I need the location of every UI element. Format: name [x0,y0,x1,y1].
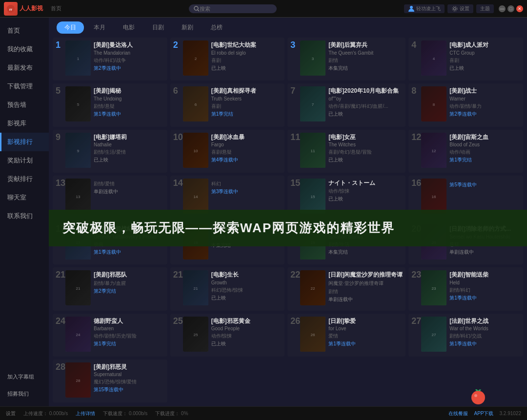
movie-card[interactable]: 25 25 [电影]邪恶黄金 Good People 动作/惊悚 已上映 [170,314,285,357]
sidebar-item-latest[interactable]: 最新发布 [0,59,49,77]
filter-tab-today[interactable]: 今日 [57,21,84,34]
movie-poster: 21 [183,270,208,305]
movie-poster: 8 [421,86,446,121]
app-download[interactable]: APP下载 [474,410,493,417]
settings-tool[interactable]: 设置 [447,4,473,13]
movie-genre: 动作/剧情/暴力 [449,103,520,110]
rank-number: 8 [411,86,416,95]
movie-poster: 28 [65,362,91,398]
movie-status: 本集完结 [328,249,403,256]
sidebar-item-downloads[interactable]: 下载管理 [0,77,49,96]
svg-text:4: 4 [433,57,435,61]
movie-card[interactable]: 21 21 [电影]生长 Growth 科幻/恐怖/惊悚 已上映 [170,267,285,310]
movie-card[interactable]: 6 6 [美剧]真相探寻者 Truth Seekers 喜剧 第1季完结 [170,83,285,126]
movie-card[interactable]: 2 2 [电影]世纪大劫案 El robo del siglo 喜剧 已上映 [170,38,285,80]
movie-poster: 22 [300,270,325,305]
movie-info: [电影]世纪大劫案 El robo del siglo 喜剧 已上映 [211,40,282,78]
banner-text: 突破极限，畅玩无限——探索WAP网页游戏的精彩世界 [62,220,395,237]
sidebar-item-contrib-rank[interactable]: 贡献排行 [0,170,49,188]
sidebar-item-ranking[interactable]: 影视排行 [0,133,49,151]
filter-tab-new[interactable]: 新剧 [174,21,201,34]
svg-text:11: 11 [311,149,315,153]
movie-subtitle: Truth Seekers [211,96,282,101]
filter-tab-japanese[interactable]: 日剧 [144,21,172,34]
movie-status: 已上映 [449,65,520,72]
sidebar-item-home[interactable]: 首页 [0,21,49,40]
svg-text:3: 3 [312,57,314,61]
movie-genre: 魔幻/恐怖/惊悚/爱情 [94,379,164,385]
filter-tab-month[interactable]: 本月 [86,21,113,34]
movie-poster: 15 [300,179,325,214]
online-service[interactable]: 在线餐服 [448,410,468,417]
movie-status: 第2季连载中 [94,65,164,72]
movie-poster: 25 [183,317,208,352]
movie-title: [美剧]战士 [449,87,520,95]
movie-card[interactable]: 1 1 [美剧]曼达洛人 The Mandalorian 动作/科幻/战争 第2… [53,38,167,80]
movie-card[interactable]: 9 9 [电影]娜塔莉 Nathalie 剧情/生活/爱情 已上映 [53,130,167,173]
movie-subtitle: The Mandalorian [94,50,164,56]
movie-subtitle: The Witches [328,142,403,147]
close-button[interactable]: ✕ [516,5,523,12]
sidebar-item-favorites[interactable]: 我的收藏 [0,40,49,59]
filter-tab-all[interactable]: 总榜 [203,21,230,34]
movie-status: 第4季连载中 [211,157,282,163]
movie-info: [美剧]曼达洛人 The Mandalorian 动作/科幻/战争 第2季连载中 [94,40,164,78]
theme-tool[interactable]: 主题 [476,4,494,13]
movie-genre: 剧情/爱情 [94,180,164,187]
sidebar-item-library[interactable]: 影视库 [0,114,49,133]
sidebar-item-rewards[interactable]: 奖励计划 [0,151,49,170]
movie-card[interactable]: 3 3 [美剧]后翼弃兵 The Queen's Gambit 剧情 本集完结 [287,38,405,80]
movie-card[interactable]: 26 26 [日剧]挚爱 for Love 爱情 第1季连载中 [287,314,405,357]
movie-card[interactable]: 12 12 [美剧]宙斯之血 Blood of Zeus 动作/动画 第1季完结 [408,130,523,173]
rank-number: 15 [290,179,300,187]
minimize-button[interactable]: — [499,5,506,12]
maximize-button[interactable]: □ [507,5,514,12]
top-nav-item1[interactable]: 首页 [51,5,61,12]
movie-status: 已上映 [211,65,282,72]
movie-status: 已上映 [94,157,164,163]
status-bar: 设置 上传速度： 0.000b/s 上传详情 下载速度： 0.000b/s 下载… [0,406,527,420]
movie-card[interactable]: 22 22 [日剧]闲魔堂沙罗的推理奇谭 闲魔堂·堂沙罗的推理奇谭 剧情 单剧连… [287,267,405,310]
movie-card[interactable]: 5 5 [美剧]揭秘 The Undoing 剧情/悬疑 第1季连载中 [53,83,167,126]
movie-poster: 7 [300,86,325,121]
upload-detail[interactable]: 上传详情 [76,410,95,417]
filter-tab-movie[interactable]: 电影 [115,21,142,34]
sidebar-item-chat[interactable]: 聊天室 [0,188,49,207]
movie-genre: 剧情/悬疑 [94,103,164,110]
banner-overlay[interactable]: 突破极限，畅玩无限——探索WAP网页游戏的精彩世界 [49,210,527,246]
window-controls: — □ ✕ [499,5,523,12]
movie-poster: 16 [421,179,446,214]
movie-status: 已上映 [328,111,403,118]
svg-text:27: 27 [432,333,436,337]
svg-text:7: 7 [312,102,314,107]
movie-card[interactable]: 27 27 [法剧]世界之战 War of the Worlds 剧情/科幻/交… [408,314,523,357]
sidebar-item-contact[interactable]: 联系我们 [0,207,49,225]
movie-poster: 13 [65,179,91,214]
movie-card[interactable]: 4 4 [电影]成人派对 CTC Group 喜剧 已上映 [408,38,523,80]
movie-status: 本集完结 [328,65,403,72]
movie-card[interactable]: 8 8 [美剧]战士 Warner 动作/剧情/暴力 第2季连载中 [408,83,523,126]
movie-genre: 喜剧 [211,57,282,64]
movie-poster: 1 [65,40,91,76]
movie-info: [美剧]宙斯之血 Blood of Zeus 动作/动画 第1季完结 [449,133,520,170]
movie-card[interactable]: 24 24 德剧野蛮人 Barbaren 动作/剧情/历史/冒险 第1季完结 [53,314,167,357]
movie-poster: 9 [65,133,91,168]
user-tool[interactable]: 轻功凌上飞 [404,4,445,13]
movie-card[interactable]: 23 23 [美剧]智能送柴 Held 剧情/科幻 第1季连载中 [408,267,523,310]
svg-text:14: 14 [193,195,198,199]
sidebar-item-recruit[interactable]: 招募我们 [0,385,49,402]
movie-card[interactable]: 21 21 [美剧]邪恶队 剧情/暴力/血腥 第2季完结 [53,267,167,310]
movie-card[interactable]: 11 11 [电影]女巫 The Witches 喜剧/奇幻/悬疑/冒险 已上映 [287,130,405,173]
movie-genre: 动作/剧情/历史/冒险 [94,333,164,340]
search-bar[interactable] [189,4,277,13]
sidebar-item-subtitle-group[interactable]: 加入字幕组 [0,368,49,385]
movie-card[interactable]: 28 28 [美剧]邪恶灵 Supernatural 魔幻/恐怖/惊悚/爱情 第… [53,360,167,402]
sidebar-item-trailers[interactable]: 预告墙 [0,96,49,114]
movie-poster: 2 [183,40,208,76]
movie-genre: 科幻/恐怖/惊悚 [211,287,282,294]
movie-card[interactable]: 10 10 [美剧]冰血暴 Fargo 喜剧/悬疑 第4季连载中 [170,130,285,173]
search-input[interactable] [200,6,268,12]
movie-info: [美剧]智能送柴 Held 剧情/科幻 第1季连载中 [449,270,520,307]
settings-status[interactable]: 设置 [6,410,16,417]
movie-card[interactable]: 7 7 [电影]2020年10月电影合集 of""oy 动作/喜剧/魔幻/科幻/… [287,83,405,126]
